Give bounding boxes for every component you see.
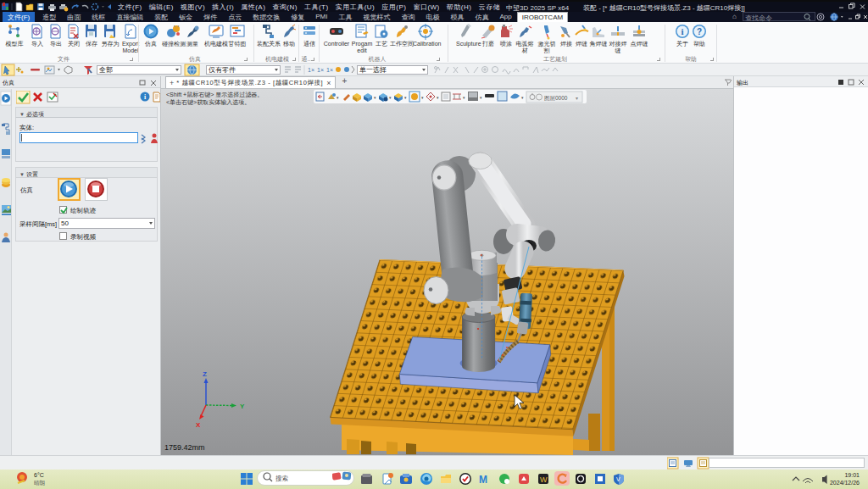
svg-text:▾: ▾ xyxy=(463,95,465,100)
svg-text:X: X xyxy=(196,421,201,429)
svg-text:V: V xyxy=(616,476,620,482)
svg-text:▾: ▾ xyxy=(521,95,524,100)
svg-text:1×: 1× xyxy=(317,67,324,73)
svg-text:1×: 1× xyxy=(326,67,333,73)
svg-text:图层0000: 图层0000 xyxy=(544,95,568,101)
svg-text:Y: Y xyxy=(240,403,245,410)
svg-text:i: i xyxy=(681,26,683,36)
svg-text:M: M xyxy=(479,474,487,486)
svg-text:W: W xyxy=(540,475,548,484)
svg-text:▾: ▾ xyxy=(389,95,392,100)
svg-text:▾: ▾ xyxy=(480,95,482,100)
svg-text:▾: ▾ xyxy=(421,95,424,100)
svg-text:1×: 1× xyxy=(308,67,314,73)
svg-text:▾: ▾ xyxy=(576,96,578,101)
svg-text:?: ? xyxy=(696,27,701,36)
svg-text:▾: ▾ xyxy=(374,95,376,100)
svg-text:▾: ▾ xyxy=(337,95,339,100)
svg-text:▾: ▾ xyxy=(437,95,439,100)
svg-text:▾: ▾ xyxy=(404,95,407,100)
svg-text:Z: Z xyxy=(203,370,207,378)
